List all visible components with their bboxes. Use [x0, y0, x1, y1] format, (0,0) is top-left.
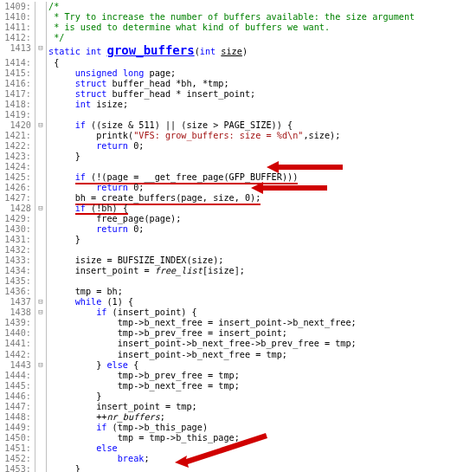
source-text: * is used to determine what kind of buff…: [47, 23, 330, 33]
code-line: 1420⊟ if ((size & 511) || (size > PAGE_S…: [0, 120, 476, 131]
code-line: 1410: * Try to increase the number of bu…: [0, 12, 476, 23]
line-number: 1450:: [0, 433, 35, 443]
line-number: 1440:: [0, 328, 35, 339]
code-line: 1436: tmp = bh;: [0, 287, 476, 297]
svg-marker-0: [267, 161, 343, 173]
fold-toggle: [35, 391, 47, 402]
line-number: 1425:: [0, 172, 35, 183]
source-text: return 0;: [47, 141, 144, 152]
code-line: 1417: struct buffer_head * insert_point;: [0, 89, 476, 100]
fold-toggle: [35, 89, 47, 100]
line-number: 1419:: [0, 110, 35, 120]
source-text: else: [47, 443, 118, 454]
fold-toggle: [35, 68, 47, 79]
fold-toggle: [35, 214, 47, 224]
fold-toggle[interactable]: ⊟: [35, 297, 47, 307]
source-text: tmp->b_next_free = tmp;: [47, 381, 240, 391]
source-text: /*: [47, 2, 59, 12]
fold-toggle: [35, 33, 47, 43]
fold-toggle[interactable]: ⊟: [35, 307, 47, 318]
source-text: */: [47, 33, 64, 43]
line-number: 1421:: [0, 131, 35, 141]
line-number: 1431:: [0, 235, 35, 245]
line-number: 1453:: [0, 464, 35, 472]
source-text: {: [47, 58, 59, 68]
code-line: 1445: tmp->b_next_free = tmp;: [0, 381, 476, 391]
source-text: [47, 245, 48, 255]
source-text: if (!bh) {: [47, 204, 128, 214]
code-viewer: 1409:/*1410: * Try to increase the numbe…: [0, 0, 476, 472]
code-line: 1434: insert_point = free_list[isize];: [0, 266, 476, 276]
fold-toggle: [35, 433, 47, 443]
source-text: struct buffer_head * insert_point;: [47, 89, 255, 100]
source-text: break;: [47, 454, 150, 464]
source-text: int isize;: [47, 100, 128, 110]
code-line: 1424:: [0, 162, 476, 172]
line-number: 1424:: [0, 162, 35, 172]
fold-toggle[interactable]: ⊟: [35, 360, 47, 371]
fold-toggle: [35, 423, 47, 433]
svg-marker-2: [175, 433, 267, 468]
source-text: }: [47, 391, 101, 402]
source-text: [47, 110, 48, 120]
code-line: 1423: }: [0, 152, 476, 162]
source-text: tmp->b_next_free = insert_point->b_next_…: [47, 318, 357, 328]
code-line: 1448: ++nr_buffers;: [0, 412, 476, 423]
code-line: 1441: insert_point->b_next_free->b_prev_…: [0, 339, 476, 349]
fold-toggle: [35, 276, 47, 287]
code-line: 1429: free_page(page);: [0, 214, 476, 224]
source-text: }: [47, 152, 80, 162]
code-line: 1442: insert_point->b_next_free = tmp;: [0, 350, 476, 360]
line-number: 1418:: [0, 100, 35, 110]
annotation-arrow: [251, 180, 329, 196]
code-line: 1425: if (!(page = __get_free_page(GFP_B…: [0, 172, 476, 183]
source-text: tmp->b_prev_free = tmp;: [47, 371, 240, 381]
line-number: 1442:: [0, 350, 35, 360]
line-number: 1411:: [0, 23, 35, 33]
line-number: 1437: [0, 297, 35, 307]
fold-toggle: [35, 464, 47, 472]
source-text: [47, 276, 48, 287]
fold-toggle: [35, 350, 47, 360]
line-number: 1430:: [0, 224, 35, 235]
line-number: 1409:: [0, 2, 35, 12]
fold-toggle: [35, 2, 47, 12]
line-number: 1428: [0, 204, 35, 214]
line-number: 1422:: [0, 141, 35, 152]
code-line: 1427: bh = create_buffers(page, size, 0)…: [0, 193, 476, 204]
fold-toggle: [35, 141, 47, 152]
svg-marker-1: [251, 182, 327, 194]
fold-toggle: [35, 58, 47, 68]
fold-toggle[interactable]: ⊟: [35, 43, 47, 58]
fold-toggle: [35, 454, 47, 464]
line-number: 1429:: [0, 214, 35, 224]
fold-toggle[interactable]: ⊟: [35, 120, 47, 131]
code-line: 1439: tmp->b_next_free = insert_point->b…: [0, 318, 476, 328]
source-text: unsigned long page;: [47, 68, 176, 79]
source-text: [47, 162, 48, 172]
fold-toggle: [35, 255, 47, 266]
line-number: 1451:: [0, 443, 35, 454]
fold-toggle: [35, 443, 47, 454]
fold-toggle: [35, 318, 47, 328]
line-number: 1413: [0, 43, 35, 58]
fold-toggle: [35, 162, 47, 172]
source-text: return 0;: [47, 183, 144, 193]
code-line: 1416: struct buffer_head *bh, *tmp;: [0, 79, 476, 89]
line-number: 1423:: [0, 152, 35, 162]
code-line: 1413⊟static int grow_buffers(int size): [0, 43, 476, 58]
code-line: 1411: * is used to determine what kind o…: [0, 23, 476, 33]
fold-toggle: [35, 224, 47, 235]
fold-toggle: [35, 12, 47, 23]
fold-toggle: [35, 245, 47, 255]
code-line: 1409:/*: [0, 2, 476, 12]
source-text: }: [47, 464, 80, 472]
line-number: 1447:: [0, 402, 35, 412]
fold-toggle: [35, 339, 47, 349]
line-number: 1443: [0, 360, 35, 371]
line-number: 1446:: [0, 391, 35, 402]
line-number: 1435:: [0, 276, 35, 287]
fold-toggle: [35, 193, 47, 204]
fold-toggle: [35, 381, 47, 391]
fold-toggle[interactable]: ⊟: [35, 204, 47, 214]
